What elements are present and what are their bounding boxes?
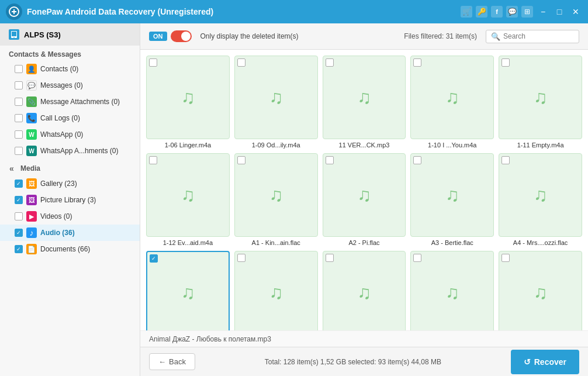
sidebar-item-messages[interactable]: 💬 Messages (0) bbox=[0, 77, 140, 94]
app-title: FonePaw Android Data Recovery (Unregiste… bbox=[27, 7, 461, 16]
recover-button[interactable]: ↺ Recover bbox=[511, 350, 579, 374]
chat-icon[interactable]: 💬 bbox=[506, 6, 518, 18]
facebook-icon[interactable]: f bbox=[491, 6, 503, 18]
minimize-button[interactable]: − bbox=[537, 5, 549, 18]
calllogs-checkbox[interactable] bbox=[15, 114, 23, 122]
contacts-icon: 👤 bbox=[26, 64, 37, 74]
file-checkbox[interactable] bbox=[501, 156, 510, 164]
sidebar-item-picture-library[interactable]: ✓ 🖼 Picture Library (3) bbox=[0, 192, 140, 208]
sidebar-item-attachments[interactable]: 📎 Message Attachments (0) bbox=[0, 94, 140, 110]
file-label: 11 VER...CK.mp3 bbox=[323, 142, 406, 149]
file-label: A4 - Mrs....ozzi.flac bbox=[499, 239, 582, 246]
svg-point-3 bbox=[13, 37, 15, 38]
file-checkbox[interactable] bbox=[237, 254, 245, 262]
key-icon[interactable]: 🔑 bbox=[476, 6, 487, 18]
grid-item[interactable]: ♫1-10 I ...You.m4a bbox=[410, 56, 494, 149]
grid-item[interactable]: ♫A2 - Pi.flac bbox=[323, 153, 406, 246]
file-label: A1 - Kin...ain.flac bbox=[234, 239, 318, 246]
sidebar-item-contacts[interactable]: 👤 Contacts (0) bbox=[0, 61, 140, 77]
file-thumbnail: ♫ bbox=[499, 153, 582, 237]
grid-item[interactable]: ♫B1 - How...ble.flac bbox=[234, 251, 318, 330]
contacts-checkbox[interactable] bbox=[15, 65, 23, 73]
maximize-button[interactable]: □ bbox=[553, 5, 566, 18]
sidebar-item-audio[interactable]: ✓ ♪ Audio (36) bbox=[0, 225, 140, 241]
file-checkbox[interactable] bbox=[413, 156, 421, 164]
file-thumbnail: ♫ bbox=[323, 251, 406, 330]
file-checkbox[interactable] bbox=[501, 254, 510, 262]
close-button[interactable]: ✕ bbox=[569, 5, 582, 18]
sidebar-item-calllogs[interactable]: 📞 Call Logs (0) bbox=[0, 110, 140, 126]
search-input[interactable] bbox=[503, 32, 573, 40]
grid-item[interactable]: ♫1-11 Empty.m4a bbox=[499, 56, 582, 149]
music-note-icon: ♫ bbox=[357, 282, 371, 303]
audio-label: Audio (36) bbox=[40, 229, 75, 237]
grid-item[interactable]: ♫11 VER...CK.mp3 bbox=[323, 56, 406, 149]
whatsapp-checkbox[interactable] bbox=[15, 130, 23, 139]
music-note-icon: ♫ bbox=[181, 282, 195, 303]
content-area: ON Only display the deleted item(s) File… bbox=[140, 23, 588, 376]
file-checkbox[interactable] bbox=[149, 58, 157, 67]
file-thumbnail: ♫ bbox=[234, 251, 318, 330]
grid-container[interactable]: ♫1-06 Linger.m4a♫1-09 Od...ily.m4a♫11 VE… bbox=[140, 50, 588, 330]
file-checkbox[interactable] bbox=[237, 156, 245, 164]
file-checkbox[interactable] bbox=[237, 58, 245, 67]
file-count: Files filtered: 31 item(s) bbox=[404, 32, 477, 40]
file-checkbox[interactable] bbox=[501, 58, 510, 67]
sidebar-item-whatsapp[interactable]: W WhatsApp (0) bbox=[0, 126, 140, 143]
cart-icon[interactable]: 🛒 bbox=[461, 6, 472, 18]
picture-checkbox[interactable]: ✓ bbox=[15, 196, 23, 204]
recover-label: Recover bbox=[534, 357, 566, 367]
grid-item[interactable]: ♫A4 - Mrs....ozzi.flac bbox=[499, 153, 582, 246]
toggle-switch[interactable]: ON bbox=[149, 30, 192, 42]
audio-checkbox[interactable]: ✓ bbox=[15, 229, 23, 237]
attachments-label: Message Attachments (0) bbox=[40, 98, 120, 106]
file-checkbox[interactable] bbox=[413, 58, 421, 67]
grid-item[interactable]: ♫1-12 Ev...aid.m4a bbox=[146, 153, 230, 246]
file-checkbox[interactable] bbox=[326, 254, 334, 262]
file-grid: ♫1-06 Linger.m4a♫1-09 Od...ily.m4a♫11 VE… bbox=[146, 56, 582, 330]
documents-checkbox[interactable]: ✓ bbox=[15, 245, 23, 253]
file-checkbox[interactable] bbox=[413, 254, 421, 262]
search-box[interactable]: 🔍 bbox=[486, 30, 579, 43]
grid-item[interactable]: ♫1-06 Linger.m4a bbox=[146, 56, 230, 149]
contacts-section-header: Contacts & Messages bbox=[0, 46, 140, 61]
sidebar-item-whatsapp-attachments[interactable]: W WhatsApp A...hments (0) bbox=[0, 143, 140, 159]
grid-item[interactable]: ♫B2 - Joanni.flac bbox=[323, 251, 406, 330]
messages-checkbox[interactable] bbox=[15, 81, 23, 89]
videos-icon: ▶ bbox=[26, 211, 37, 222]
file-label: 1-06 Linger.m4a bbox=[146, 142, 230, 149]
music-note-icon: ♫ bbox=[534, 87, 548, 108]
grid-item[interactable]: ♫C3 - An ...eam.flac bbox=[499, 251, 582, 330]
file-checkbox[interactable] bbox=[326, 156, 334, 164]
grid-icon[interactable]: ⊞ bbox=[521, 6, 533, 18]
grid-item[interactable]: ♫A1 - Kin...ain.flac bbox=[234, 153, 318, 246]
grid-item[interactable]: ✓♫Animal ...там.mp3 bbox=[146, 251, 230, 330]
toggle-control[interactable] bbox=[171, 30, 192, 42]
toggle-circle bbox=[181, 32, 191, 41]
file-thumbnail: ♫ bbox=[146, 153, 230, 237]
sidebar-item-gallery[interactable]: ✓ 🖼 Gallery (23) bbox=[0, 175, 140, 192]
back-button[interactable]: ← Back bbox=[149, 353, 195, 370]
sidebar-item-documents[interactable]: ✓ 📄 Documents (66) bbox=[0, 241, 140, 257]
file-thumbnail: ♫ bbox=[234, 153, 318, 237]
grid-item[interactable]: ♫A3 - Bertie.flac bbox=[410, 153, 494, 246]
grid-item[interactable]: ♫1-09 Od...ily.m4a bbox=[234, 56, 318, 149]
videos-checkbox[interactable] bbox=[15, 212, 23, 220]
collapse-media-arrow[interactable]: « bbox=[6, 163, 18, 174]
device-item[interactable]: ALPS (S3) bbox=[0, 23, 140, 46]
music-note-icon: ♫ bbox=[181, 87, 195, 108]
whatsapp2-checkbox[interactable] bbox=[15, 147, 23, 155]
file-checkbox[interactable]: ✓ bbox=[150, 254, 158, 263]
sidebar-item-videos[interactable]: ▶ Videos (0) bbox=[0, 208, 140, 225]
gallery-checkbox[interactable]: ✓ bbox=[15, 180, 23, 188]
grid-item[interactable]: ♫B3 - A C...oom.flac bbox=[410, 251, 494, 330]
file-checkbox[interactable] bbox=[149, 156, 157, 164]
file-label: A2 - Pi.flac bbox=[323, 239, 406, 246]
file-checkbox[interactable] bbox=[326, 58, 334, 67]
calllogs-label: Call Logs (0) bbox=[40, 114, 80, 122]
attachments-checkbox[interactable] bbox=[15, 98, 23, 106]
file-thumbnail: ♫ bbox=[499, 251, 582, 330]
music-note-icon: ♫ bbox=[269, 184, 283, 206]
picture-icon: 🖼 bbox=[26, 195, 37, 205]
file-thumbnail: ♫ bbox=[410, 153, 494, 237]
